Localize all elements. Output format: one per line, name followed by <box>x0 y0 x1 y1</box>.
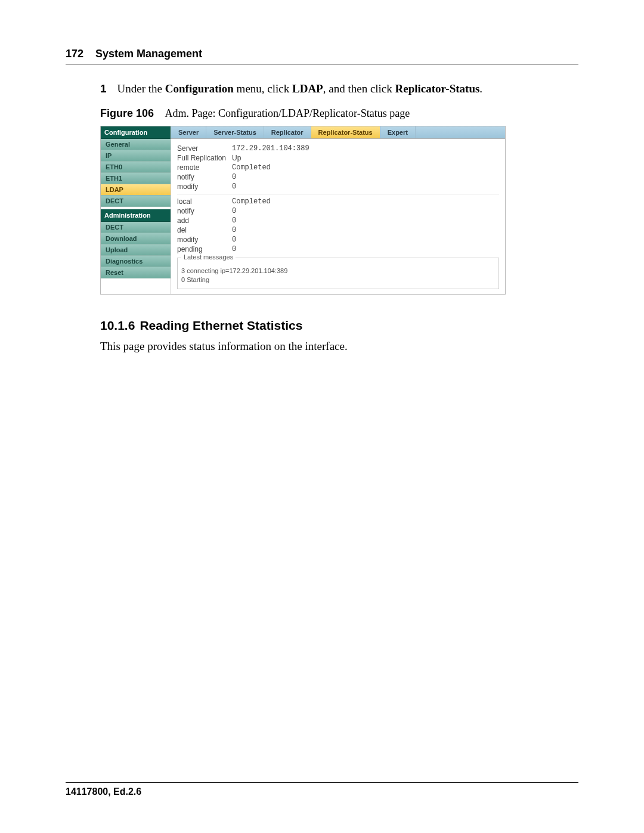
status-pane: Server172.29.201.104:389 Full Replicatio… <box>171 139 505 294</box>
tab-expert[interactable]: Expert <box>380 126 416 138</box>
notify2-label: notify <box>177 207 232 215</box>
fullrep-label: Full Replication <box>177 154 232 162</box>
page-number: 172 <box>66 48 83 60</box>
sidebar-item-eth1[interactable]: ETH1 <box>101 173 171 184</box>
latest-message: 3 connecting ip=172.29.201.104:389 <box>181 267 495 275</box>
tab-server[interactable]: Server <box>171 126 206 138</box>
notify1-label: notify <box>177 173 232 181</box>
del-value: 0 <box>232 226 236 234</box>
del-label: del <box>177 226 232 234</box>
figure-label: Figure 106 <box>100 107 154 119</box>
tab-server-status[interactable]: Server-Status <box>206 126 264 138</box>
section-title: Reading Ethernet Statistics <box>140 318 302 332</box>
sidebar-item-upload[interactable]: Upload <box>101 244 171 256</box>
modify1-label: modify <box>177 182 232 191</box>
pending-value: 0 <box>232 245 236 253</box>
screenshot-ui: Configuration GeneralIPETH0ETH1LDAPDECT … <box>100 126 506 295</box>
sidebar-item-download[interactable]: Download <box>101 233 171 244</box>
chapter-title: System Management <box>95 48 202 60</box>
remote-value: Completed <box>232 163 271 172</box>
page-header: 172 System Management <box>66 48 578 64</box>
sidebar-item-ip[interactable]: IP <box>101 150 171 162</box>
remote-label: remote <box>177 163 232 172</box>
sidebar: Configuration GeneralIPETH0ETH1LDAPDECT … <box>101 126 171 294</box>
sidebar-item-general[interactable]: General <box>101 139 171 150</box>
sidebar-item-dect[interactable]: DECT <box>101 222 171 233</box>
server-value: 172.29.201.104:389 <box>232 144 309 153</box>
sidebar-item-ldap[interactable]: LDAP <box>101 184 171 196</box>
notify2-value: 0 <box>232 207 236 215</box>
sidebar-header-configuration: Configuration <box>101 126 171 139</box>
latest-messages-box: Latest messages 3 connecting ip=172.29.2… <box>177 258 499 289</box>
step-number: 1 <box>100 82 107 95</box>
content-area: ServerServer-StatusReplicatorReplicator-… <box>171 126 505 294</box>
step-text: Under the Configuration menu, click LDAP… <box>117 82 483 95</box>
sidebar-header-administration: Administration <box>101 209 171 222</box>
section-heading: 10.1.6Reading Ethernet Statistics <box>100 318 578 333</box>
sidebar-item-eth0[interactable]: ETH0 <box>101 162 171 173</box>
pending-label: pending <box>177 245 232 253</box>
tab-replicator[interactable]: Replicator <box>264 126 311 138</box>
sidebar-item-diagnostics[interactable]: Diagnostics <box>101 256 171 267</box>
figure-caption: Figure 106 Adm. Page: Configuration/LDAP… <box>100 107 578 120</box>
page-footer: 14117800, Ed.2.6 <box>66 782 578 797</box>
modify2-label: modify <box>177 236 232 244</box>
latest-messages-legend: Latest messages <box>181 253 236 261</box>
modify2-value: 0 <box>232 236 236 244</box>
step-1: 1 Under the Configuration menu, click LD… <box>100 82 578 95</box>
local-label: local <box>177 197 232 206</box>
tab-replicator-status[interactable]: Replicator-Status <box>311 126 380 138</box>
figure-description: Adm. Page: Configuration/LDAP/Replicator… <box>165 107 410 119</box>
local-value: Completed <box>232 197 271 206</box>
latest-message: 0 Starting <box>181 275 495 284</box>
sidebar-item-reset[interactable]: Reset <box>101 267 171 278</box>
server-label: Server <box>177 144 232 153</box>
doc-id: 14117800, Ed.2.6 <box>66 786 141 797</box>
notify1-value: 0 <box>232 173 236 181</box>
add-label: add <box>177 216 232 225</box>
body-paragraph: This page provides status information on… <box>100 340 578 353</box>
section-number: 10.1.6 <box>100 318 135 332</box>
tab-bar: ServerServer-StatusReplicatorReplicator-… <box>171 126 505 139</box>
add-value: 0 <box>232 216 236 225</box>
modify1-value: 0 <box>232 182 236 191</box>
fullrep-value: Up <box>232 154 241 162</box>
sidebar-item-dect[interactable]: DECT <box>101 196 171 207</box>
